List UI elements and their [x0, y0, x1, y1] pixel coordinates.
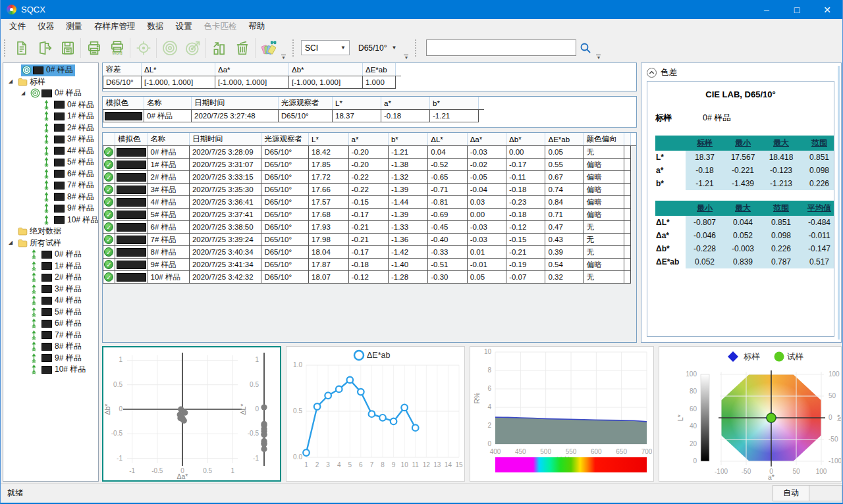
- cell[interactable]: [115, 271, 148, 284]
- cell[interactable]: [624, 146, 630, 159]
- toolbar-overflow-2[interactable]: ▼: [404, 55, 408, 59]
- cell[interactable]: -0.07: [506, 271, 545, 284]
- cell[interactable]: 17.98: [309, 234, 349, 246]
- tree-item[interactable]: 8# 样品: [3, 341, 98, 353]
- table-row[interactable]: ✓10# 样品2020/7/25 3:42:32D65/10°18.07-0.1…: [103, 271, 637, 284]
- tree-item[interactable]: 5# 样品: [3, 157, 98, 168]
- cell[interactable]: [115, 196, 148, 209]
- menu-instrument[interactable]: 仪器: [32, 19, 60, 34]
- cell[interactable]: [624, 221, 630, 234]
- toolbar-overflow-3[interactable]: ▼: [596, 55, 601, 59]
- cell[interactable]: -0.15: [506, 234, 545, 246]
- cell[interactable]: -0.05: [467, 171, 506, 184]
- new-file-icon[interactable]: [10, 36, 33, 60]
- menu-settings[interactable]: 设置: [170, 19, 198, 34]
- cell[interactable]: 1# 样品: [148, 159, 189, 171]
- cell[interactable]: 无: [584, 234, 624, 246]
- cell[interactable]: 2020/7/25 3:31:07: [189, 159, 261, 171]
- cell[interactable]: -0.22: [348, 171, 388, 184]
- cell[interactable]: [624, 234, 630, 246]
- cell[interactable]: [-1.000, 1.000]: [215, 76, 289, 89]
- column-header[interactable]: ΔL*: [428, 133, 467, 146]
- cell[interactable]: 2020/7/25 3:38:50: [189, 221, 261, 234]
- tree-item[interactable]: 6# 样品: [3, 318, 98, 330]
- cell[interactable]: -0.21: [506, 246, 545, 259]
- column-header[interactable]: Δb*: [289, 63, 363, 76]
- cell[interactable]: 0.43: [545, 234, 584, 246]
- cell[interactable]: ✓: [103, 271, 115, 284]
- cell[interactable]: 0# 样品: [148, 146, 189, 159]
- tree-item[interactable]: ◢标样: [3, 76, 98, 88]
- cell[interactable]: -0.22: [348, 184, 388, 196]
- column-header[interactable]: ΔE*ab: [545, 133, 584, 146]
- cell[interactable]: 1.000: [363, 76, 396, 89]
- delete-icon[interactable]: [231, 36, 254, 60]
- sci-sce-select[interactable]: SCI▼: [301, 40, 350, 55]
- table-row[interactable]: ✓1# 样品2020/7/25 3:31:07D65/10°17.85-0.20…: [103, 159, 637, 171]
- cell[interactable]: -0.33: [428, 246, 467, 259]
- cell[interactable]: 0# 样品: [144, 110, 192, 122]
- cell[interactable]: D65/10°: [261, 259, 309, 271]
- cell[interactable]: -0.12: [348, 271, 388, 284]
- menu-help[interactable]: 帮助: [243, 19, 271, 34]
- cell[interactable]: 10# 样品: [148, 271, 189, 284]
- tree-item[interactable]: 2# 样品: [3, 272, 98, 284]
- cell[interactable]: -0.20: [348, 159, 388, 171]
- cell[interactable]: ✓: [103, 159, 115, 171]
- cell[interactable]: 0.05: [545, 146, 584, 159]
- menu-sample-library[interactable]: 存样库管理: [88, 19, 142, 34]
- cielab-gamut-chart[interactable]: 标样试样100806040200L*-100-50050100a*100500-…: [659, 346, 842, 482]
- cell[interactable]: -0.17: [506, 159, 545, 171]
- cell[interactable]: -0.03: [467, 146, 506, 159]
- toolbar-overflow[interactable]: ▼: [281, 55, 286, 59]
- cell[interactable]: 偏暗: [584, 184, 624, 196]
- cell[interactable]: -0.30: [428, 271, 467, 284]
- cell[interactable]: [624, 196, 630, 209]
- cell[interactable]: [-1.000, 1.000]: [289, 76, 363, 89]
- tree-item[interactable]: 2# 样品: [3, 122, 98, 134]
- tree-item[interactable]: 4# 样品: [3, 295, 98, 307]
- cell[interactable]: -0.15: [348, 196, 388, 209]
- cell[interactable]: -0.18: [348, 259, 388, 271]
- tree-item[interactable]: 0# 样品: [3, 99, 98, 111]
- cell[interactable]: -0.45: [428, 221, 467, 234]
- cell[interactable]: 0.32: [545, 271, 584, 284]
- cell[interactable]: 17.87: [309, 259, 349, 271]
- cell[interactable]: -0.17: [348, 209, 388, 221]
- cell[interactable]: [624, 209, 630, 221]
- cell[interactable]: [115, 159, 148, 171]
- cell[interactable]: 17.93: [309, 221, 349, 234]
- report-chart-icon[interactable]: [207, 36, 231, 60]
- cell[interactable]: ✓: [103, 221, 115, 234]
- cell[interactable]: D65/10°: [261, 146, 309, 159]
- menu-measure[interactable]: 测量: [60, 19, 88, 34]
- cell[interactable]: D65/10°: [261, 246, 309, 259]
- cell[interactable]: 无: [584, 221, 624, 234]
- cell[interactable]: -1.21: [430, 110, 479, 122]
- cell[interactable]: ✓: [103, 246, 115, 259]
- cell[interactable]: 7# 样品: [148, 234, 189, 246]
- toolbar-grip-3[interactable]: [415, 39, 419, 57]
- cell[interactable]: -0.03: [467, 221, 506, 234]
- table-row[interactable]: ✓9# 样品2020/7/25 3:41:34D65/10°17.87-0.18…: [103, 259, 637, 271]
- print-icon[interactable]: [82, 36, 105, 60]
- cell[interactable]: 18.04: [309, 246, 349, 259]
- tree-item[interactable]: 3# 样品: [3, 284, 98, 295]
- cell[interactable]: [624, 271, 630, 284]
- tree-item[interactable]: 6# 样品: [3, 168, 98, 180]
- cell[interactable]: ✓: [103, 209, 115, 221]
- delta-ab-scatter-chart[interactable]: -1-1-0.5-0.5000.50.511Δa*Δb*-1-0.500.51Δ…: [102, 346, 281, 482]
- cell[interactable]: 5# 样品: [148, 209, 189, 221]
- save-icon[interactable]: [56, 36, 79, 60]
- cell[interactable]: 0.39: [545, 246, 584, 259]
- cell[interactable]: 偏暗: [584, 209, 624, 221]
- cell[interactable]: -1.40: [388, 259, 427, 271]
- column-header[interactable]: 模拟色: [103, 97, 144, 110]
- cell[interactable]: -0.65: [428, 171, 467, 184]
- tree-item[interactable]: 10# 样品: [3, 214, 98, 226]
- cell[interactable]: -1.38: [388, 159, 427, 171]
- cell[interactable]: 2020/7/25 3:35:30: [189, 184, 261, 196]
- column-header[interactable]: a*: [348, 133, 388, 146]
- column-header[interactable]: 光源观察者: [279, 97, 333, 110]
- cell[interactable]: 0.54: [545, 259, 584, 271]
